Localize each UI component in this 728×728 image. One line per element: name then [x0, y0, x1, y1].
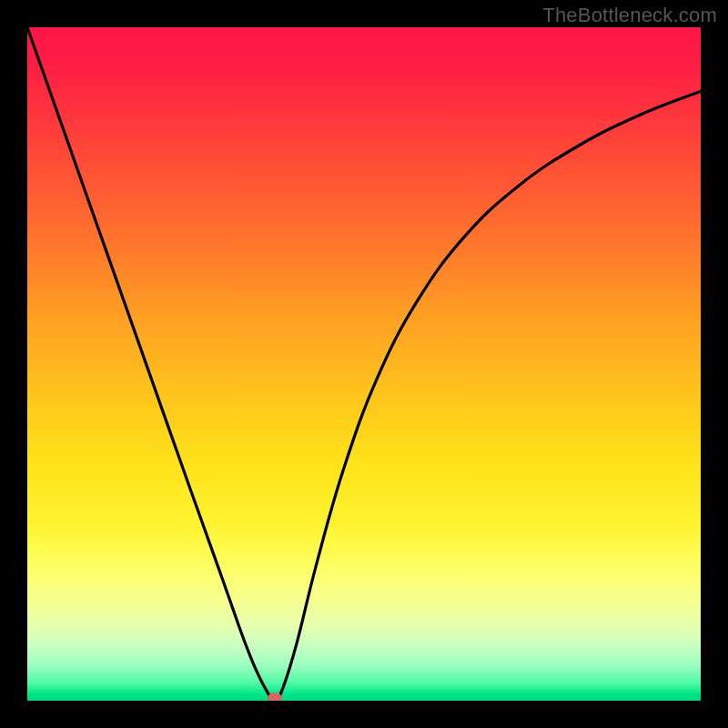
bottleneck-curve — [27, 27, 701, 701]
chart-frame: TheBottleneck.com — [0, 0, 728, 728]
minimum-marker — [268, 693, 282, 701]
curve-layer — [27, 27, 701, 701]
watermark-text: TheBottleneck.com — [542, 4, 717, 27]
plot-area — [27, 27, 701, 701]
